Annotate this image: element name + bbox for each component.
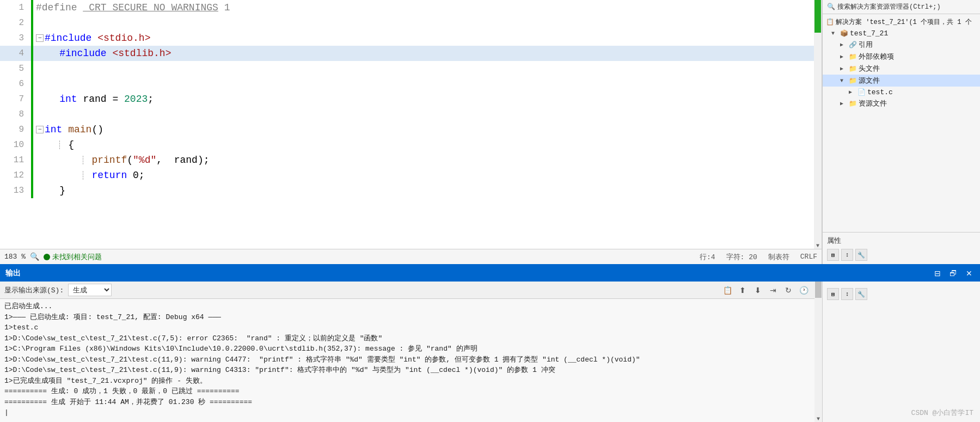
output-up-button[interactable]: ⬆ bbox=[736, 284, 749, 297]
project-node[interactable]: ▼ 📦 test_7_21 bbox=[823, 28, 980, 39]
output-line-10: ========== 生成 开始于 11:44 AM，并花费了 01.230 秒… bbox=[4, 397, 810, 408]
resources-icon: 📁 bbox=[848, 99, 857, 108]
output-line-8: 1>已完成生成项目 "test_7_21.vcxproj" 的操作 - 失败。 bbox=[4, 376, 810, 387]
references-arrow: ▶ bbox=[840, 41, 848, 48]
resources-arrow: ▶ bbox=[840, 100, 848, 107]
row-indicator: 行:4 bbox=[700, 252, 715, 262]
solution-icon: 📋 bbox=[825, 18, 835, 27]
tree-item-resources[interactable]: ▶ 📁 资源文件 bbox=[823, 97, 980, 109]
properties-grid-icon[interactable]: ⊞ bbox=[827, 249, 839, 261]
code-line-2: 2 bbox=[0, 15, 814, 30]
line-number-3: 3 bbox=[0, 30, 30, 46]
properties-sort-btn[interactable]: ↕ bbox=[841, 288, 853, 300]
output-close-button[interactable]: ✕ bbox=[964, 269, 975, 278]
output-header-controls: ⊟ 🗗 ✕ bbox=[932, 269, 975, 278]
output-toolbar: 显示输出来源(S): 生成 📋 ⬆ ⬇ ⇥ ↻ 🕐 bbox=[0, 282, 814, 299]
no-issues-indicator: 未找到相关问题 bbox=[44, 252, 102, 262]
line-content-1: #define _CRT_SECURE_NO_WARNINGS 1 bbox=[34, 0, 814, 15]
line-content-5 bbox=[34, 61, 814, 76]
output-line-6: 1>D:\Code\sw_test_c\test_7_21\test.c(11,… bbox=[4, 354, 810, 365]
output-source-select[interactable]: 生成 bbox=[68, 284, 112, 296]
output-scrollbar-thumb bbox=[815, 282, 822, 298]
test-c-icon: 📄 bbox=[856, 88, 866, 96]
project-icon: 📦 bbox=[839, 29, 849, 38]
tab-indicator: 制表符 bbox=[768, 252, 789, 262]
headers-arrow: ▶ bbox=[840, 65, 848, 72]
tree-item-references[interactable]: ▶ 🔗 引用 bbox=[823, 39, 980, 51]
external-deps-arrow: ▶ bbox=[840, 53, 848, 60]
output-scrollbar[interactable]: ▼ bbox=[814, 282, 822, 422]
output-line-7: 1>D:\Code\sw_test_c\test_7_21\test.c(11,… bbox=[4, 365, 810, 376]
scrollbar-down-arrow[interactable]: ▼ bbox=[814, 243, 822, 249]
output-scrollbar-down[interactable]: ▼ bbox=[814, 416, 822, 422]
code-line-5: 5 bbox=[0, 61, 814, 76]
output-panel: 输出 ⊟ 🗗 ✕ 显示输出来源(S): 生成 📋 ⬆ ⬇ ⇥ ↻ 🕐 bbox=[0, 264, 980, 422]
line-content-3: −#include <stdio.h> bbox=[34, 30, 814, 46]
properties-section: 属性 ⊞ ↕ 🔧 bbox=[823, 232, 980, 264]
line-content-8 bbox=[34, 107, 814, 122]
output-content[interactable]: 已启动生成... 1>——— 已启动生成: 项目: test_7_21, 配置:… bbox=[0, 299, 814, 422]
output-pin-button[interactable]: ⊟ bbox=[932, 269, 943, 278]
col-indicator: 字符: 20 bbox=[726, 252, 757, 262]
project-arrow: ▼ bbox=[831, 30, 839, 36]
output-copy-button[interactable]: 📋 bbox=[721, 284, 734, 297]
sources-arrow: ▼ bbox=[840, 78, 848, 84]
tree-item-headers[interactable]: ▶ 📁 头文件 bbox=[823, 63, 980, 75]
output-toolbar-icons: 📋 ⬆ ⬇ ⇥ ↻ 🕐 bbox=[721, 284, 810, 297]
line-number-8: 8 bbox=[0, 107, 30, 122]
output-clock-button[interactable]: 🕐 bbox=[797, 284, 810, 297]
solution-explorer-search-label: 搜索解决方案资源管理器(Ctrl+;) bbox=[837, 2, 941, 11]
code-line-7: 7 int rand = 2023; bbox=[0, 91, 814, 107]
code-line-13: 13 } bbox=[0, 183, 814, 198]
tree-item-external-deps[interactable]: ▶ 📁 外部依赖项 bbox=[823, 51, 980, 63]
line-number-11: 11 bbox=[0, 152, 30, 168]
code-line-8: 8 bbox=[0, 107, 814, 122]
code-line-10: 10 { bbox=[0, 137, 814, 152]
output-line-3: 1>test.c bbox=[4, 322, 810, 333]
output-indent-button[interactable]: ⇥ bbox=[767, 284, 780, 297]
zoom-icon[interactable]: 🔍 bbox=[30, 252, 39, 261]
headers-label: 头文件 bbox=[857, 64, 880, 74]
editor-scrollbar[interactable]: ▼ bbox=[814, 0, 822, 249]
output-title: 输出 bbox=[5, 268, 21, 278]
line-content-7: int rand = 2023; bbox=[34, 91, 814, 107]
line-number-13: 13 bbox=[0, 183, 30, 198]
line-content-10: { bbox=[34, 137, 814, 152]
line-number-7: 7 bbox=[0, 91, 30, 107]
output-line-4: 1>D:\Code\sw_test_c\test_7_21\test.c(7,5… bbox=[4, 333, 810, 344]
solution-root[interactable]: 📋 解决方案 'test_7_21'(1 个项目，共 1 个 bbox=[823, 16, 980, 28]
tree-item-sources[interactable]: ▼ 📁 源文件 bbox=[823, 75, 980, 87]
line-content-13: } bbox=[34, 183, 814, 198]
output-right-panel: ⊞ ↕ 🔧 bbox=[822, 282, 980, 422]
properties-sort-icon[interactable]: ↕ bbox=[841, 249, 853, 261]
output-cursor-line: | bbox=[4, 407, 810, 418]
line-number-1: 1 bbox=[0, 0, 30, 15]
no-issues-circle bbox=[44, 254, 50, 260]
zoom-level: 183 % bbox=[4, 253, 26, 261]
output-line-9: ========== 生成: 0 成功，1 失败，0 最新，0 已跳过 ====… bbox=[4, 386, 810, 397]
output-float-button[interactable]: 🗗 bbox=[947, 269, 959, 278]
line-number-5: 5 bbox=[0, 61, 30, 76]
output-refresh-button[interactable]: ↻ bbox=[782, 284, 795, 297]
properties-wrench-icon[interactable]: 🔧 bbox=[855, 249, 867, 261]
line-content-9: −int main() bbox=[34, 122, 814, 137]
output-row: 显示输出来源(S): 生成 📋 ⬆ ⬇ ⇥ ↻ 🕐 已启动生成... 1>———… bbox=[0, 282, 980, 422]
references-icon: 🔗 bbox=[848, 40, 857, 49]
properties-toolbar: ⊞ ↕ 🔧 bbox=[827, 249, 976, 261]
headers-icon: 📁 bbox=[848, 64, 857, 73]
line-number-4: 4 bbox=[0, 46, 30, 61]
code-editor[interactable]: 1 #define _CRT_SECURE_NO_WARNINGS 1 2 3 bbox=[0, 0, 822, 249]
test-c-label: test.c bbox=[866, 88, 893, 96]
sources-label: 源文件 bbox=[857, 76, 880, 85]
properties-grid-btn[interactable]: ⊞ bbox=[827, 288, 839, 300]
line-content-6 bbox=[34, 76, 814, 91]
project-label: test_7_21 bbox=[849, 29, 888, 38]
output-down-button[interactable]: ⬇ bbox=[751, 284, 764, 297]
scrollbar-thumb bbox=[814, 0, 821, 33]
output-header: 输出 ⊟ 🗗 ✕ bbox=[0, 265, 980, 282]
tree-item-test-c[interactable]: ▶ 📄 test.c bbox=[823, 87, 980, 97]
line-number-10: 10 bbox=[0, 137, 30, 152]
line-number-9: 9 bbox=[0, 122, 30, 137]
line-number-6: 6 bbox=[0, 76, 30, 91]
properties-wrench-btn[interactable]: 🔧 bbox=[855, 288, 867, 300]
